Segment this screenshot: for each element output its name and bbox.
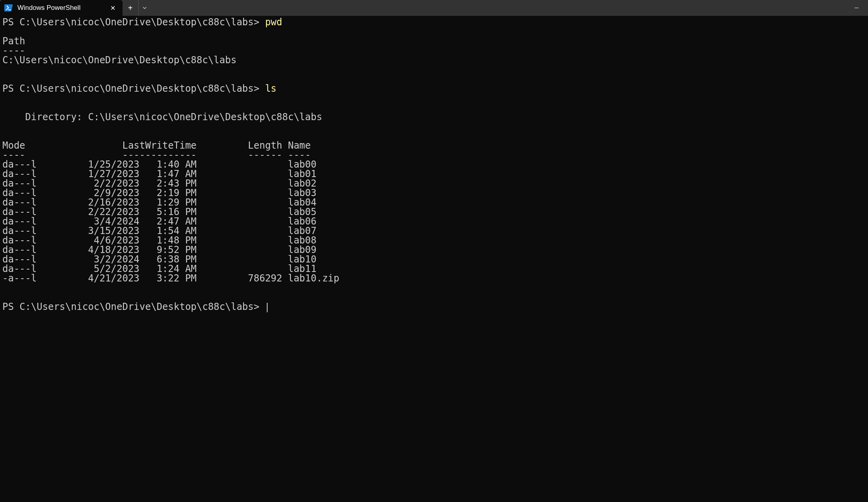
tab-title: Windows PowerShell [17,4,81,12]
titlebar: Windows PowerShell ✕ + [0,0,868,16]
prompt: PS C:\Users\nicoc\OneDrive\Desktop\c88c\… [2,83,259,94]
minimize-button[interactable] [845,0,868,16]
tab-powershell[interactable]: Windows PowerShell ✕ [0,0,123,16]
command-ls: ls [265,83,277,94]
file-listing-table: Mode LastWriteTime Length Name ---- ----… [2,140,340,284]
prompt: PS C:\Users\nicoc\OneDrive\Desktop\c88c\… [2,301,259,312]
command-pwd: pwd [265,17,282,28]
new-tab-button[interactable]: + [123,0,138,16]
prompt: PS C:\Users\nicoc\OneDrive\Desktop\c88c\… [2,17,259,28]
terminal-output[interactable]: PS C:\Users\nicoc\OneDrive\Desktop\c88c\… [0,16,868,314]
pwd-value: C:\Users\nicoc\OneDrive\Desktop\c88c\lab… [2,55,236,66]
powershell-icon [4,3,13,13]
directory-line: Directory: C:\Users\nicoc\OneDrive\Deskt… [2,111,322,123]
cursor [267,303,268,312]
tab-dropdown-button[interactable] [138,0,151,16]
window-controls [845,0,868,16]
close-tab-button[interactable]: ✕ [108,3,118,13]
